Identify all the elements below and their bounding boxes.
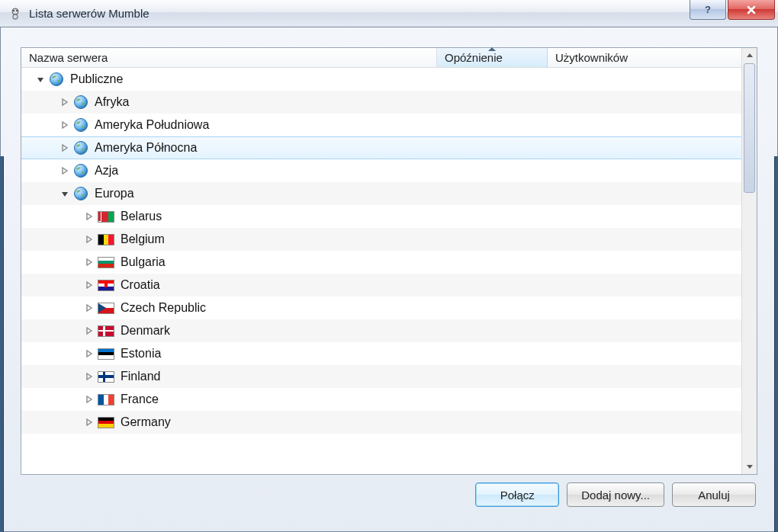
- tree-row-label: Azja: [95, 164, 118, 178]
- flag-ee-icon: [98, 348, 114, 360]
- globe-icon: [73, 186, 88, 201]
- help-button[interactable]: ?: [690, 0, 726, 20]
- globe-icon: [49, 72, 64, 87]
- tree-row[interactable]: Publiczne: [21, 68, 741, 91]
- tree-row[interactable]: Finland: [21, 365, 741, 388]
- tree-row-label: Germany: [121, 415, 171, 429]
- titlebar[interactable]: Lista serwerów Mumble ?: [0, 0, 778, 27]
- column-server-name[interactable]: Nazwa serwera: [21, 48, 437, 67]
- globe-icon: [73, 163, 88, 178]
- tree-row[interactable]: Azja: [21, 159, 741, 182]
- tree-row[interactable]: Denmark: [21, 319, 741, 342]
- scroll-down-button[interactable]: [742, 459, 757, 474]
- tree-row[interactable]: Afryka: [21, 91, 741, 114]
- svg-text:?: ?: [705, 5, 711, 15]
- svg-point-5: [50, 73, 63, 86]
- flag-be-icon: [98, 234, 114, 245]
- tree-row[interactable]: Croatia: [21, 274, 741, 296]
- tree-row[interactable]: Bulgaria: [21, 251, 741, 274]
- svg-rect-1: [13, 14, 18, 19]
- tree-row-label: Belgium: [121, 232, 165, 246]
- flag-de-icon: [98, 417, 114, 428]
- scroll-up-button[interactable]: [742, 48, 757, 63]
- cancel-button[interactable]: Anuluj: [672, 482, 756, 507]
- flag-fi-icon: [98, 371, 114, 383]
- svg-point-9: [75, 165, 88, 178]
- chevron-right-icon[interactable]: [59, 97, 70, 107]
- tree-row-label: Publiczne: [70, 72, 123, 86]
- chevron-right-icon[interactable]: [84, 417, 95, 428]
- server-tree-container: Nazwa serwera Opóźnienie Użytkowników Pu…: [21, 47, 757, 475]
- tree-row-label: Belarus: [121, 210, 162, 223]
- tree-row-label: Estonia: [121, 347, 161, 361]
- tree-row-label: Czech Republic: [121, 301, 206, 315]
- dialog-buttons: Połącz Dodaj nowy... Anuluj: [21, 475, 757, 514]
- column-users[interactable]: Użytkowników: [548, 48, 741, 67]
- scroll-thumb[interactable]: [744, 63, 755, 193]
- tree-row[interactable]: Czech Republic: [21, 296, 741, 319]
- titlebar-buttons: ?: [688, 0, 775, 20]
- tree-row-label: Finland: [121, 370, 160, 383]
- chevron-right-icon[interactable]: [84, 211, 95, 222]
- chevron-right-icon[interactable]: [84, 280, 95, 290]
- globe-icon: [73, 117, 88, 133]
- tree-row-label: Europa: [95, 187, 134, 200]
- tree-row-label: Ameryka Południowa: [95, 118, 209, 132]
- tree-row[interactable]: Germany: [21, 411, 741, 434]
- tree-row[interactable]: Ameryka Południowa: [21, 114, 741, 136]
- svg-point-10: [75, 187, 88, 200]
- chevron-right-icon[interactable]: [84, 348, 95, 359]
- chevron-right-icon[interactable]: [84, 257, 95, 268]
- svg-point-8: [75, 142, 88, 155]
- chevron-down-icon[interactable]: [59, 188, 70, 199]
- chevron-right-icon[interactable]: [59, 143, 70, 153]
- flag-hr-icon: [98, 280, 114, 291]
- server-tree[interactable]: PubliczneAfrykaAmeryka PołudniowaAmeryka…: [21, 68, 741, 474]
- tree-row-label: Ameryka Północna: [95, 141, 197, 155]
- tree-row[interactable]: Europa: [21, 182, 741, 205]
- sort-ascending-icon: [488, 47, 496, 51]
- add-new-button[interactable]: Dodaj nowy...: [567, 482, 664, 507]
- close-button[interactable]: [728, 0, 775, 20]
- column-headers: Nazwa serwera Opóźnienie Użytkowników: [21, 48, 741, 68]
- chevron-right-icon[interactable]: [59, 165, 70, 176]
- tree-row-label: Croatia: [121, 278, 160, 292]
- flag-fr-icon: [98, 394, 114, 405]
- svg-point-7: [75, 119, 88, 132]
- client-area: Nazwa serwera Opóźnienie Użytkowników Pu…: [0, 27, 778, 532]
- svg-point-6: [75, 96, 88, 109]
- tree-row-label: France: [121, 393, 159, 406]
- window-title: Lista serwerów Mumble: [29, 7, 778, 20]
- flag-bg-icon: [98, 257, 114, 268]
- globe-icon: [73, 95, 88, 110]
- svg-point-2: [13, 10, 14, 11]
- tree-row[interactable]: Belarus: [21, 205, 741, 228]
- chevron-right-icon[interactable]: [59, 120, 70, 130]
- flag-dk-icon: [98, 325, 114, 337]
- chevron-right-icon[interactable]: [84, 303, 95, 313]
- chevron-down-icon[interactable]: [35, 74, 46, 85]
- tree-row-label: Afryka: [95, 95, 129, 109]
- chevron-right-icon[interactable]: [84, 325, 95, 336]
- tree-row[interactable]: France: [21, 388, 741, 411]
- tree-row[interactable]: Estonia: [21, 342, 741, 365]
- vertical-scrollbar[interactable]: [741, 48, 757, 474]
- globe-icon: [73, 140, 88, 155]
- chevron-right-icon[interactable]: [84, 234, 95, 245]
- column-delay-label: Opóźnienie: [445, 51, 503, 64]
- tree-row[interactable]: Belgium: [21, 228, 741, 251]
- flag-cz-icon: [98, 303, 114, 314]
- chevron-right-icon[interactable]: [84, 394, 95, 405]
- svg-point-3: [16, 10, 18, 11]
- mumble-server-list-window: Lista serwerów Mumble ? Nazwa serwera Op…: [0, 0, 778, 532]
- tree-row-label: Bulgaria: [121, 255, 166, 269]
- column-delay[interactable]: Opóźnienie: [437, 48, 548, 67]
- tree-row-label: Denmark: [121, 324, 170, 338]
- chevron-right-icon[interactable]: [84, 371, 95, 382]
- connect-button[interactable]: Połącz: [475, 482, 559, 507]
- tree-row[interactable]: Ameryka Północna: [21, 136, 741, 159]
- flag-by-icon: [98, 211, 114, 223]
- svg-point-0: [12, 8, 18, 14]
- scroll-track[interactable]: [742, 63, 757, 459]
- mumble-app-icon: [8, 6, 23, 21]
